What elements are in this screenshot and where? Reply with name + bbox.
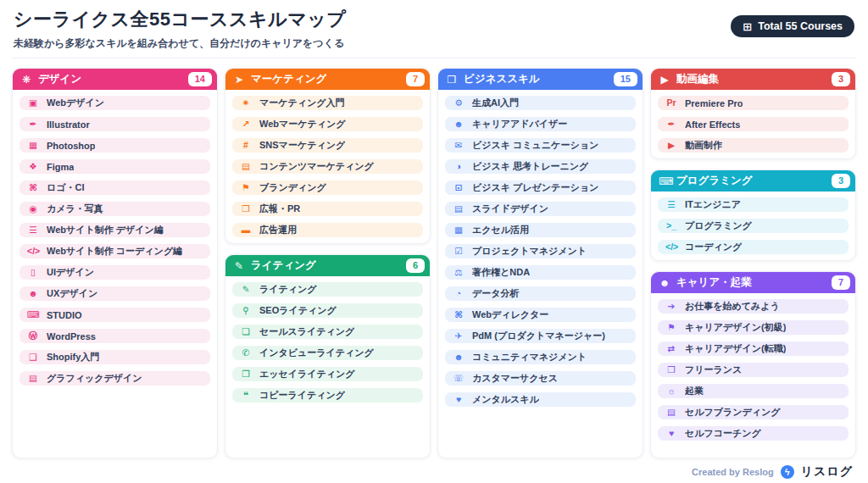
course-item[interactable]: ☻キャリアアドバイザー (445, 117, 636, 131)
hashtag-icon: # (240, 141, 252, 150)
course-label: エッセイライティング (259, 368, 355, 380)
course-label: Webマーケティング (259, 118, 346, 130)
course-label: コーディング (685, 241, 742, 253)
course-item[interactable]: ♥メンタルスキル (445, 392, 636, 407)
category-items-business: ⚙生成AI入門☻キャリアアドバイザー✉ビジスキ コミュニケーション◑ビジスキ 思… (438, 90, 643, 413)
category-card-business: ❒ビジネススキル15⚙生成AI入門☻キャリアアドバイザー✉ビジスキ コミュニケー… (437, 68, 643, 458)
course-label: ビジスキ プレゼンテーション (472, 181, 598, 194)
course-label: WordPress (47, 331, 96, 341)
course-item[interactable]: >_プログラミング (658, 219, 849, 233)
cart-icon: ❏ (240, 327, 252, 336)
course-item[interactable]: ➔お仕事を始めてみよう (658, 299, 849, 314)
course-item[interactable]: ❒広報・PR (232, 202, 423, 216)
person-icon: ☻ (659, 278, 670, 288)
brand-name: リスログ (801, 464, 853, 480)
course-item[interactable]: ❐エッセイライティング (232, 367, 423, 381)
course-item[interactable]: ✉ビジスキ コミュニケーション (445, 138, 636, 153)
course-label: セルフコーチング (685, 427, 761, 440)
course-item[interactable]: ❒フリーランス (658, 363, 849, 377)
course-item[interactable]: </>Webサイト制作 コーディング編 (19, 244, 210, 258)
door-icon: ➔ (665, 302, 677, 311)
course-item[interactable]: ⚖著作権とNDA (445, 265, 636, 280)
course-item[interactable]: ⚙生成AI入門 (445, 96, 636, 110)
course-item[interactable]: </>コーディング (658, 240, 849, 254)
code-icon: </> (27, 247, 39, 256)
course-item[interactable]: ♥セルフコーチング (658, 426, 849, 441)
course-item[interactable]: ⊡ビジスキ プレゼンテーション (445, 180, 636, 195)
page-footer: Created by Reslog ϟ リスログ (12, 458, 856, 480)
course-item[interactable]: ↗Webマーケティング (232, 117, 423, 131)
tag-icon: ⚑ (240, 183, 252, 192)
video-camera-icon: ▶ (659, 75, 670, 85)
course-item[interactable]: ❑Shopify入門 (19, 350, 210, 364)
course-label: Shopify入門 (47, 351, 99, 364)
course-item[interactable]: ▦Photoshop (19, 138, 210, 153)
course-item[interactable]: ✎ライティング (232, 282, 423, 297)
course-item[interactable]: ▤コンテンツマーケティング (232, 159, 423, 174)
category-items-programming: ☰ITエンジニア>_プログラミング</>コーディング (651, 192, 855, 260)
presentation-icon: ⊡ (453, 183, 465, 192)
course-label: インタビューライティング (259, 347, 374, 359)
course-item[interactable]: ☑プロジェクトマネジメント (445, 244, 636, 258)
heart-icon: ♥ (453, 395, 465, 404)
course-item[interactable]: ▤スライドデザイン (445, 202, 636, 216)
course-item[interactable]: ▤グラフィックデザイン (19, 371, 210, 386)
course-item[interactable]: ◔データ分析 (445, 286, 636, 301)
course-item[interactable]: ▶動画制作 (658, 138, 849, 153)
file-text-icon: ▤ (240, 162, 252, 171)
course-item[interactable]: ⚑キャリアデザイン(初級) (658, 320, 849, 335)
course-item[interactable]: ▦エクセル活用 (445, 223, 636, 237)
course-item[interactable]: PrPremiere Pro (658, 96, 849, 110)
category-count-badge: 6 (406, 258, 425, 273)
briefcase-icon: ❒ (446, 75, 458, 85)
course-item[interactable]: ✆インタビューライティング (232, 346, 423, 360)
page-header: シーライクス全55コーススキルマップ 未経験から多彩なスキルを組み合わせて、自分… (12, 5, 856, 58)
course-item[interactable]: ☏カスタマーサクセス (445, 371, 636, 386)
course-item[interactable]: ❝コピーライティング (232, 388, 423, 402)
course-label: セルフブランディング (685, 406, 781, 419)
course-label: メンタルスキル (472, 393, 539, 406)
category-title: マーケティング (251, 72, 326, 86)
category-title: デザイン (38, 72, 81, 86)
course-item[interactable]: ⌨STUDIO (19, 308, 210, 322)
course-item[interactable]: ⓌWordPress (19, 329, 210, 343)
course-item[interactable]: ⌘ロゴ・CI (19, 180, 210, 195)
course-item[interactable]: ❖Figma (19, 159, 210, 174)
graduation-cap-icon: ✷ (240, 98, 252, 108)
course-item[interactable]: ☻コミュニティマネジメント (445, 350, 636, 364)
course-item[interactable]: ☰Webサイト制作 デザイン編 (19, 223, 210, 237)
course-item[interactable]: ✷マーケティング入門 (232, 96, 423, 110)
course-item[interactable]: ▣Webデザイン (19, 96, 210, 110)
image-icon: ▦ (27, 141, 39, 150)
course-item[interactable]: ❏セールスライティング (232, 325, 423, 339)
course-item[interactable]: ⚲SEOライティング (232, 303, 423, 318)
category-card-career: ☻キャリア・起業7➔お仕事を始めてみよう⚑キャリアデザイン(初級)⇄キャリアデザ… (650, 271, 856, 458)
course-item[interactable]: ✒After Effects (658, 117, 849, 131)
laptop-icon: ⌨ (27, 310, 39, 319)
category-header-business: ❒ビジネススキル15 (438, 69, 643, 90)
course-item[interactable]: ▤セルフブランディング (658, 405, 849, 419)
terminal-icon: >_ (665, 221, 677, 230)
course-item[interactable]: #SNSマーケティング (232, 138, 423, 153)
course-item[interactable]: ☻UXデザイン (19, 286, 210, 301)
course-item[interactable]: ⚑ブランディング (232, 180, 423, 195)
course-label: カスタマーサクセス (472, 372, 558, 385)
course-item[interactable]: ▯UIデザイン (19, 265, 210, 280)
course-item[interactable]: ☼起業 (658, 384, 849, 398)
course-item[interactable]: ✒Illustrator (19, 117, 210, 131)
course-item[interactable]: ◑ビジスキ 思考トレーニング (445, 159, 636, 174)
category-items-marketing: ✷マーケティング入門↗Webマーケティング#SNSマーケティング▤コンテンツマー… (225, 90, 430, 243)
grid-column-3: ❒ビジネススキル15⚙生成AI入門☻キャリアアドバイザー✉ビジスキ コミュニケー… (437, 68, 643, 458)
course-item[interactable]: ☰ITエンジニア (658, 197, 849, 212)
course-item[interactable]: ▬広告運用 (232, 223, 423, 237)
heart-icon: ♥ (665, 429, 677, 438)
file-slides-icon: ▤ (453, 204, 465, 214)
credit-text: Created by Reslog (692, 467, 774, 477)
course-item[interactable]: ◉カメラ・写真 (19, 202, 210, 216)
course-item[interactable]: ✈PdM (プロダクトマネージャー) (445, 329, 636, 343)
course-item[interactable]: ⇄キャリアデザイン(転職) (658, 341, 849, 356)
pie-chart-icon: ◔ (453, 289, 465, 298)
course-item[interactable]: ⌘Webディレクター (445, 308, 636, 322)
category-header-marketing: ➤マーケティング7 (225, 69, 430, 90)
search-icon: ⚲ (240, 306, 252, 315)
